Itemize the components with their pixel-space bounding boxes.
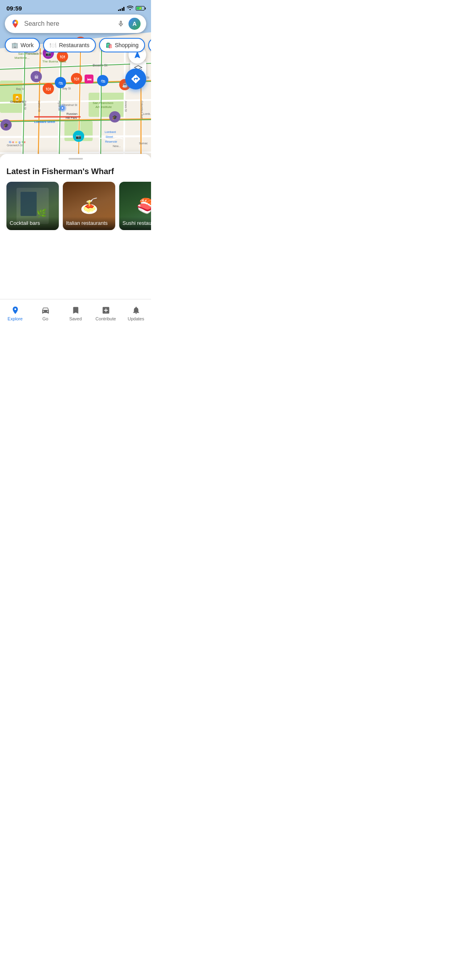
svg-text:Lomb...: Lomb... bbox=[143, 112, 151, 115]
svg-text:Maritime...: Maritime... bbox=[14, 56, 29, 60]
nav-updates[interactable]: Updates bbox=[121, 299, 151, 324]
svg-text:Beach St: Beach St bbox=[93, 63, 108, 67]
sushi-restaurants-image: 🍣 Sushi restaurants bbox=[119, 182, 151, 230]
svg-text:l: l bbox=[22, 140, 23, 144]
svg-text:Jones St: Jones St bbox=[124, 101, 127, 112]
explore-label: Explore bbox=[8, 316, 23, 321]
saved-label: Saved bbox=[69, 316, 82, 321]
svg-text:🍽: 🍽 bbox=[46, 86, 51, 92]
svg-point-97 bbox=[14, 22, 17, 24]
svg-text:G: G bbox=[9, 140, 11, 144]
status-icons: ⚡ bbox=[118, 5, 145, 11]
sushi-restaurants-card[interactable]: 🍣 Sushi restaurants bbox=[119, 182, 151, 230]
sushi-restaurants-label: Sushi restaurants bbox=[119, 217, 151, 230]
svg-text:🍽: 🍽 bbox=[74, 76, 79, 82]
italian-restaurants-label: Italian restaurants bbox=[63, 217, 115, 230]
voice-search-button[interactable] bbox=[116, 19, 125, 28]
chip-shopping[interactable]: 🛍️ Shopping bbox=[99, 38, 145, 52]
svg-text:Hill Park: Hill Park bbox=[66, 116, 77, 120]
cocktail-bars-card[interactable]: 🌿 Cocktail bars bbox=[6, 182, 59, 230]
svg-text:Reservoir: Reservoir bbox=[105, 140, 118, 143]
svg-text:o: o bbox=[15, 140, 17, 144]
nav-explore[interactable]: Explore bbox=[0, 299, 30, 324]
place-cards-row: 🌿 Cocktail bars 🍝 Italian restaurants 🍣 … bbox=[0, 182, 151, 230]
shopping-chip-icon: 🛍️ bbox=[106, 42, 112, 48]
svg-text:San Francisco: San Francisco bbox=[93, 101, 114, 105]
svg-text:🏛: 🏛 bbox=[34, 75, 39, 79]
work-chip-label: Work bbox=[21, 42, 33, 48]
svg-text:🎓: 🎓 bbox=[112, 114, 118, 120]
svg-text:🛍: 🛍 bbox=[101, 79, 106, 83]
go-label: Go bbox=[42, 316, 48, 321]
contribute-icon bbox=[101, 305, 111, 315]
bottom-sheet: Latest in Fisherman's Wharf 🌿 Cocktail b… bbox=[0, 154, 151, 327]
status-time: 09:59 bbox=[6, 5, 22, 12]
svg-text:🍽: 🍽 bbox=[60, 54, 65, 60]
svg-text:Columbus Ave: Columbus Ave bbox=[141, 101, 143, 119]
svg-text:Ghirardelli: Ghirardelli bbox=[10, 100, 24, 104]
svg-text:o: o bbox=[12, 140, 14, 144]
svg-text:Russian: Russian bbox=[66, 112, 77, 116]
nav-saved[interactable]: Saved bbox=[60, 299, 91, 324]
svg-text:🛏: 🛏 bbox=[87, 77, 91, 81]
svg-text:Art Institute: Art Institute bbox=[95, 105, 112, 109]
chip-coffee[interactable]: ☕ Coffee bbox=[148, 38, 151, 52]
svg-text:Bay St: Bay St bbox=[62, 87, 71, 90]
svg-text:🛍: 🛍 bbox=[58, 81, 63, 85]
directions-button[interactable] bbox=[125, 69, 146, 89]
search-placeholder[interactable]: Search here bbox=[24, 20, 113, 27]
svg-text:🎓: 🎓 bbox=[3, 122, 9, 128]
svg-text:Lombard: Lombard bbox=[105, 131, 116, 133]
svg-point-62 bbox=[62, 107, 63, 109]
updates-icon bbox=[131, 305, 141, 315]
chip-work[interactable]: 🏢 Work bbox=[5, 38, 40, 52]
sheet-title: Latest in Fisherman's Wharf bbox=[0, 164, 151, 182]
restaurants-chip-icon: 🍽️ bbox=[50, 42, 56, 48]
sheet-handle[interactable] bbox=[68, 158, 83, 160]
italian-restaurants-card[interactable]: 🍝 Italian restaurants bbox=[63, 182, 115, 230]
svg-text:Chestnut St: Chestnut St bbox=[62, 104, 77, 106]
updates-label: Updates bbox=[128, 316, 144, 321]
shopping-chip-label: Shopping bbox=[115, 42, 139, 48]
svg-text:Lombard Street: Lombard Street bbox=[34, 120, 55, 123]
cocktail-bars-label: Cocktail bars bbox=[6, 217, 59, 230]
nav-go[interactable]: Go bbox=[30, 299, 60, 324]
svg-text:Polk St: Polk St bbox=[24, 101, 27, 110]
search-bar[interactable]: Search here A bbox=[5, 15, 146, 33]
svg-text:New...: New... bbox=[113, 145, 121, 147]
status-bar: 09:59 ⚡ bbox=[0, 0, 151, 13]
cocktail-bars-image: 🌿 Cocktail bars bbox=[6, 182, 59, 230]
nav-contribute[interactable]: Contribute bbox=[91, 299, 121, 324]
filter-chips-container: 🏢 Work 🍽️ Restaurants 🛍️ Shopping ☕ Coff… bbox=[0, 38, 151, 52]
svg-text:e: e bbox=[24, 140, 26, 144]
italian-restaurants-image: 🍝 Italian restaurants bbox=[63, 182, 115, 230]
svg-text:Sumac: Sumac bbox=[139, 142, 148, 145]
go-icon bbox=[41, 305, 50, 315]
wifi-icon bbox=[127, 5, 133, 11]
restaurants-chip-label: Restaurants bbox=[59, 42, 89, 48]
svg-text:📷: 📷 bbox=[76, 134, 81, 139]
svg-text:Bay St: Bay St bbox=[16, 87, 25, 91]
explore-icon bbox=[10, 305, 20, 315]
svg-text:The Buena Vista: The Buena Vista bbox=[42, 60, 66, 63]
chip-restaurants[interactable]: 🍽️ Restaurants bbox=[43, 38, 95, 52]
google-maps-logo bbox=[10, 19, 20, 29]
user-avatar[interactable]: A bbox=[128, 18, 141, 30]
svg-rect-2 bbox=[89, 93, 125, 117]
svg-text:Hyde St: Hyde St bbox=[58, 101, 61, 111]
svg-text:Larkin St: Larkin St bbox=[38, 101, 41, 112]
svg-text:g: g bbox=[19, 140, 21, 144]
contribute-label: Contribute bbox=[95, 316, 116, 321]
svg-text:Street: Street bbox=[106, 135, 113, 138]
signal-icon bbox=[118, 6, 125, 11]
svg-text:San Francisco: San Francisco bbox=[18, 52, 39, 56]
bottom-navigation: Explore Go Saved Con bbox=[0, 299, 151, 327]
battery-icon: ⚡ bbox=[136, 6, 145, 10]
work-chip-icon: 🏢 bbox=[11, 42, 18, 48]
saved-icon bbox=[71, 305, 81, 315]
svg-text:Greenwich St: Greenwich St bbox=[7, 144, 23, 147]
